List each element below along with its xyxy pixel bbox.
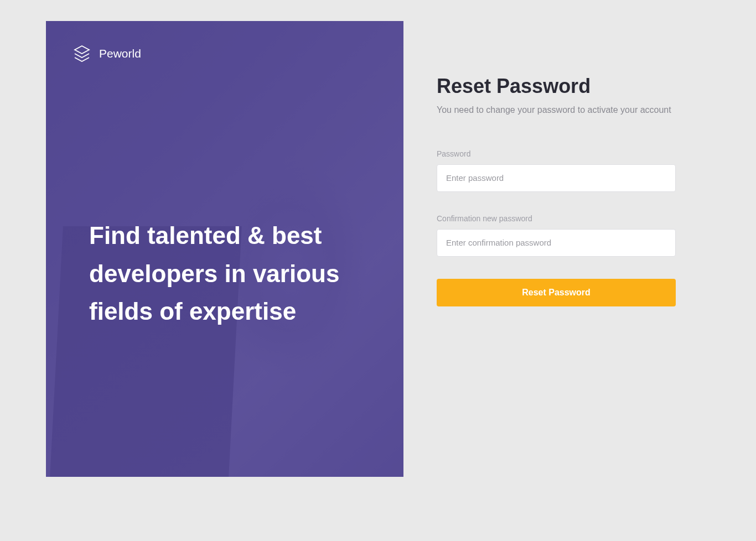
password-group: Password (437, 149, 676, 192)
confirm-password-label: Confirmation new password (437, 214, 676, 223)
confirm-password-input[interactable] (437, 229, 676, 257)
layers-icon (73, 44, 91, 63)
brand-name: Peworld (99, 47, 141, 60)
password-label: Password (437, 149, 676, 158)
reset-password-button[interactable]: Reset Password (437, 279, 676, 306)
hero-content: Peworld Find talented & best developers … (46, 21, 403, 477)
page-subtitle: You need to change your password to acti… (437, 103, 676, 117)
hero-panel: Peworld Find talented & best developers … (46, 21, 403, 477)
svg-marker-0 (75, 46, 89, 54)
password-input[interactable] (437, 164, 676, 192)
brand: Peworld (73, 44, 377, 63)
hero-headline: Find talented & best developers in vario… (89, 217, 377, 331)
page-title: Reset Password (437, 75, 676, 98)
page-container: Peworld Find talented & best developers … (46, 21, 710, 477)
form-panel: Reset Password You need to change your p… (437, 21, 676, 477)
confirm-password-group: Confirmation new password (437, 214, 676, 257)
